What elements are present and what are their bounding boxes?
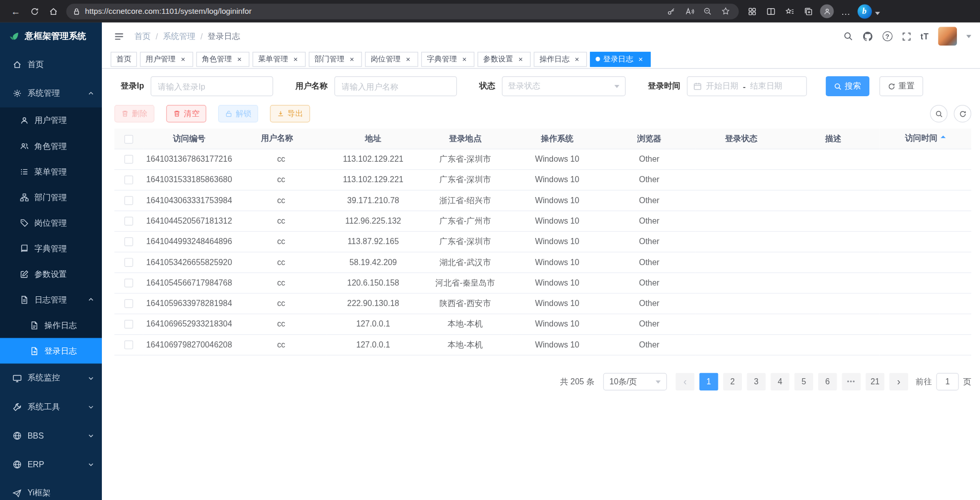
column-description[interactable]: 描述 [787, 128, 880, 148]
breadcrumb-item-system[interactable]: 系统管理 [163, 31, 195, 42]
close-icon[interactable]: × [460, 55, 468, 63]
column-address[interactable]: 地址 [327, 128, 419, 148]
tab-login-log[interactable]: 登录日志× [590, 52, 650, 67]
search-button[interactable]: 搜索 [825, 76, 869, 96]
prev-page-button[interactable]: ‹ [676, 373, 695, 390]
sidebar-item-login-log[interactable]: 登录日志 [0, 338, 102, 363]
close-icon[interactable]: × [636, 55, 645, 63]
back-icon[interactable]: ← [6, 3, 25, 20]
sort-icon[interactable] [296, 133, 302, 144]
row-checkbox[interactable] [124, 237, 133, 246]
column-location[interactable]: 登录地点 [419, 128, 512, 148]
tab-parameter-settings[interactable]: 参数设置× [478, 52, 531, 67]
toggle-search-icon[interactable] [930, 105, 947, 122]
password-key-icon[interactable] [665, 5, 678, 17]
github-icon[interactable] [862, 31, 873, 41]
column-user-name[interactable]: 用户名称 [235, 128, 327, 148]
tab-dictionary-management[interactable]: 字典管理× [421, 52, 475, 67]
user-avatar[interactable] [938, 27, 957, 46]
zoom-out-icon[interactable] [700, 5, 714, 17]
tab-operation-log[interactable]: 操作日志× [534, 52, 587, 67]
sidebar-item-operation-log[interactable]: 操作日志 [0, 312, 102, 338]
sidebar-item-dictionary-management[interactable]: 字典管理 [0, 235, 102, 261]
row-checkbox[interactable] [124, 197, 133, 205]
page-button-3[interactable]: 3 [747, 373, 766, 390]
sidebar-collapse-icon[interactable] [111, 28, 127, 45]
page-button-21[interactable]: 21 [866, 373, 885, 390]
bing-copilot-icon[interactable]: b [855, 3, 874, 20]
delete-button[interactable]: 删除 [114, 105, 154, 122]
jump-page-input[interactable] [936, 373, 959, 390]
row-checkbox[interactable] [124, 279, 133, 288]
tab-role-management[interactable]: 角色管理× [196, 52, 249, 67]
sidebar-item-erp[interactable]: ERP [0, 450, 102, 479]
sidebar-item-menu-management[interactable]: 菜单管理 [0, 159, 102, 184]
close-icon[interactable]: × [516, 55, 525, 63]
close-icon[interactable]: × [235, 55, 244, 63]
refresh-table-icon[interactable] [954, 105, 971, 122]
tab-user-management[interactable]: 用户管理× [140, 52, 193, 67]
user-name-input[interactable] [334, 76, 457, 96]
date-range-picker[interactable]: 开始日期 - 结束日期 [687, 76, 806, 96]
close-icon[interactable]: × [348, 55, 356, 63]
page-button-4[interactable]: 4 [771, 373, 790, 390]
help-icon[interactable]: ? [882, 31, 892, 41]
unlock-button[interactable]: 解锁 [218, 105, 258, 122]
breadcrumb-item-home[interactable]: 首页 [134, 31, 151, 42]
more-pages-button[interactable]: ••• [842, 373, 861, 390]
sidebar-item-role-management[interactable]: 角色管理 [0, 133, 102, 159]
favorites-star-icon[interactable] [719, 5, 733, 17]
column-access-time[interactable]: 访问时间 [879, 128, 971, 148]
browser-menu-icon[interactable]: … [836, 3, 855, 20]
row-checkbox[interactable] [124, 299, 133, 308]
refresh-icon[interactable] [25, 3, 44, 20]
home-icon[interactable] [44, 3, 62, 20]
page-button-2[interactable]: 2 [723, 373, 742, 390]
address-bar[interactable]: https://ccnetcore.com:1101/system/log/lo… [66, 4, 738, 19]
close-icon[interactable]: × [572, 55, 581, 63]
tab-home[interactable]: 首页 [111, 52, 137, 67]
page-button-6[interactable]: 6 [818, 373, 837, 390]
search-icon[interactable] [843, 31, 853, 41]
close-icon[interactable]: × [404, 55, 413, 63]
column-browser[interactable]: 浏览器 [603, 128, 695, 148]
next-page-button[interactable]: › [889, 373, 908, 390]
sidebar-item-user-management[interactable]: 用户管理 [0, 107, 102, 133]
page-size-select[interactable]: 10条/页 [603, 373, 667, 390]
login-ip-input[interactable] [151, 76, 273, 96]
font-size-icon[interactable]: tT [921, 32, 929, 41]
sidebar-item-department-management[interactable]: 部门管理 [0, 184, 102, 210]
read-aloud-icon[interactable] [683, 5, 696, 17]
sidebar-item-home[interactable]: 首页 [0, 50, 102, 79]
tab-post-management[interactable]: 岗位管理× [365, 52, 418, 67]
close-icon[interactable]: × [179, 55, 187, 63]
sidebar-item-parameter-settings[interactable]: 参数设置 [0, 261, 102, 287]
clear-button[interactable]: 清空 [166, 105, 206, 122]
sidebar-item-post-management[interactable]: 岗位管理 [0, 210, 102, 235]
sidebar-item-yi-framework[interactable]: Yi框架 [0, 479, 102, 500]
page-button-1[interactable]: 1 [699, 373, 718, 390]
sidebar-item-system-tools[interactable]: 系统工具 [0, 393, 102, 421]
page-button-5[interactable]: 5 [795, 373, 814, 390]
row-checkbox[interactable] [124, 341, 133, 350]
close-icon[interactable]: × [291, 55, 300, 63]
export-button[interactable]: 导出 [270, 105, 310, 122]
sidebar-item-bbs[interactable]: BBS [0, 421, 102, 450]
fullscreen-icon[interactable] [902, 32, 911, 41]
sort-icon[interactable] [941, 133, 946, 144]
reset-button[interactable]: 重置 [879, 76, 923, 96]
column-os[interactable]: 操作系统 [511, 128, 603, 148]
column-status[interactable]: 登录状态 [695, 128, 787, 148]
row-checkbox[interactable] [124, 217, 133, 226]
tab-department-management[interactable]: 部门管理× [309, 52, 362, 67]
sidebar-item-log-management[interactable]: 日志管理 [0, 287, 102, 312]
column-access-id[interactable]: 访问编号 [143, 128, 236, 148]
sidebar-item-system-management[interactable]: 系统管理 [0, 79, 102, 107]
row-checkbox[interactable] [124, 176, 133, 184]
chevron-down-icon[interactable] [966, 35, 971, 40]
sidebar-item-system-monitor[interactable]: 系统监控 [0, 363, 102, 392]
favorites-bar-icon[interactable] [780, 3, 799, 20]
tab-menu-management[interactable]: 菜单管理× [252, 52, 306, 67]
row-checkbox[interactable] [124, 155, 133, 164]
browser-profile-icon[interactable] [818, 3, 837, 20]
